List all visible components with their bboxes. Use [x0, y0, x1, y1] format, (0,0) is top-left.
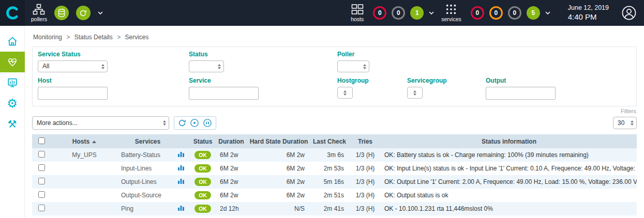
service-input[interactable] — [189, 87, 259, 100]
pollers-menu[interactable]: pollers — [31, 4, 47, 22]
sidebar-item-home[interactable] — [0, 31, 25, 52]
sidebar: ⚙ ⚒ — [0, 26, 25, 218]
host-label: Host — [38, 77, 189, 84]
status-badge: OK — [194, 191, 211, 199]
hosts-menu[interactable]: hosts — [351, 4, 364, 22]
graph-icon[interactable] — [177, 178, 185, 184]
breadcrumb-status-details[interactable]: Status Details — [74, 34, 113, 41]
refresh-icon — [178, 119, 186, 127]
hosts-unreachable-badge[interactable]: 0 — [392, 6, 405, 20]
hosts-chevron-down-icon[interactable] — [429, 11, 434, 14]
select-arrows-icon — [163, 120, 166, 126]
centreon-logo[interactable] — [0, 0, 25, 26]
graph-icon[interactable] — [177, 151, 185, 158]
services-menu[interactable]: services — [441, 4, 461, 22]
host-link — [51, 175, 118, 189]
header-duration[interactable]: Duration — [215, 134, 248, 148]
status-cell: OK — [191, 148, 215, 162]
select-all-checkbox[interactable] — [38, 137, 45, 144]
servicegroup-select[interactable] — [407, 87, 423, 99]
row-checkbox-cell — [32, 202, 51, 215]
header-services[interactable]: Services — [118, 134, 177, 148]
header-tries[interactable]: Tries — [349, 134, 381, 148]
row-checkbox[interactable] — [38, 205, 45, 211]
service-link[interactable]: Ping — [118, 202, 177, 215]
play-refresh-button[interactable] — [190, 118, 199, 128]
header-hosts[interactable]: Hosts — [51, 134, 118, 148]
row-checkbox[interactable] — [38, 151, 45, 158]
row-checkbox[interactable] — [38, 164, 45, 171]
gear-icon: ⚙ — [7, 98, 18, 110]
current-time: 4:40 PM — [568, 12, 609, 22]
select-arrows-icon — [101, 64, 104, 69]
table-row: Output-Lines OK 6M 2w 6M 2w 5m 16s 1/3 (… — [32, 175, 637, 189]
breadcrumb-monitoring[interactable]: Monitoring — [33, 34, 62, 41]
hostgroup-select[interactable] — [337, 87, 353, 99]
tools-icon: ⚒ — [8, 119, 17, 129]
service-link[interactable]: Output-Source — [118, 189, 177, 202]
graph-icon[interactable] — [177, 205, 185, 211]
service-label: Service — [189, 77, 337, 84]
table-header-row: Hosts Services Status Duration Hard Stat… — [32, 134, 637, 148]
header-status[interactable]: Status — [191, 134, 215, 148]
service-link[interactable]: Output-Lines — [118, 175, 177, 189]
more-actions-select[interactable]: More actions... — [32, 116, 169, 130]
sidebar-item-administration[interactable]: ⚒ — [0, 114, 25, 134]
row-checkbox[interactable] — [38, 178, 45, 184]
header-status-information[interactable]: Status information — [381, 134, 637, 148]
host-link — [51, 189, 118, 202]
hard-state-duration-cell: 6M 2w — [248, 148, 310, 162]
hosts-icon — [351, 4, 364, 15]
graph-cell — [177, 148, 191, 162]
last-check-cell: 2m 51s — [310, 189, 349, 202]
services-chevron-down-icon[interactable] — [545, 11, 550, 14]
services-ok-badge[interactable]: 5 — [527, 6, 540, 20]
row-checkbox-cell — [32, 148, 51, 162]
host-link[interactable]: My_UPS — [51, 148, 118, 162]
poller-state-status[interactable] — [76, 6, 91, 20]
service-status-select[interactable]: All — [38, 60, 108, 72]
hosts-down-badge[interactable]: 0 — [373, 6, 386, 20]
hard-state-duration-cell: 6M 2w — [248, 189, 310, 202]
host-input[interactable] — [38, 87, 108, 100]
services-unknown-badge[interactable]: 0 — [508, 6, 521, 20]
output-input[interactable] — [486, 87, 556, 100]
refresh-button[interactable] — [178, 119, 186, 127]
user-profile-button[interactable] — [621, 5, 637, 21]
header-hard-state-duration[interactable]: Hard State Duration — [248, 134, 310, 148]
service-link[interactable]: Battery-Status — [118, 148, 177, 162]
services-critical-badge[interactable]: 0 — [471, 6, 484, 20]
pause-refresh-button[interactable] — [203, 118, 212, 128]
row-checkbox[interactable] — [38, 191, 45, 198]
header-last-check[interactable]: Last Check — [310, 134, 349, 148]
sidebar-item-reporting[interactable] — [0, 72, 25, 93]
graph-cell — [177, 162, 191, 175]
last-check-cell: 3m 6s — [310, 148, 349, 162]
tries-cell: 1/3 (H) — [349, 162, 381, 175]
sort-asc-icon — [92, 141, 96, 143]
sidebar-item-configuration[interactable]: ⚙ — [0, 93, 25, 114]
host-link — [51, 162, 118, 175]
graph-icon[interactable] — [177, 164, 185, 171]
last-check-cell: 2m 53s — [310, 162, 349, 175]
play-icon — [190, 118, 199, 128]
status-select[interactable] — [189, 60, 224, 72]
user-icon — [621, 5, 637, 21]
servicegroup-label: Servicegroup — [407, 77, 486, 84]
sidebar-item-monitoring[interactable] — [0, 52, 25, 72]
pause-icon — [203, 118, 212, 128]
breadcrumb-separator: > — [117, 34, 121, 41]
service-link[interactable]: Input-Lines — [118, 162, 177, 175]
poller-database-status[interactable] — [54, 6, 69, 20]
poller-chevron-down-icon[interactable] — [98, 11, 103, 14]
services-warning-badge[interactable]: 0 — [489, 6, 503, 20]
breadcrumb-services: Services — [125, 34, 148, 41]
tries-cell: 1/3 (H) — [349, 148, 381, 162]
status-cell: OK — [191, 175, 215, 189]
poller-select[interactable] — [337, 60, 369, 72]
hosts-up-badge[interactable]: 1 — [410, 6, 424, 20]
hard-state-duration-cell: 6M 2w — [248, 175, 310, 189]
filter-panel: Service Status All Status Poller — [32, 46, 637, 106]
page-size-select[interactable]: 30 — [613, 117, 637, 129]
pollers-label: pollers — [31, 17, 47, 22]
